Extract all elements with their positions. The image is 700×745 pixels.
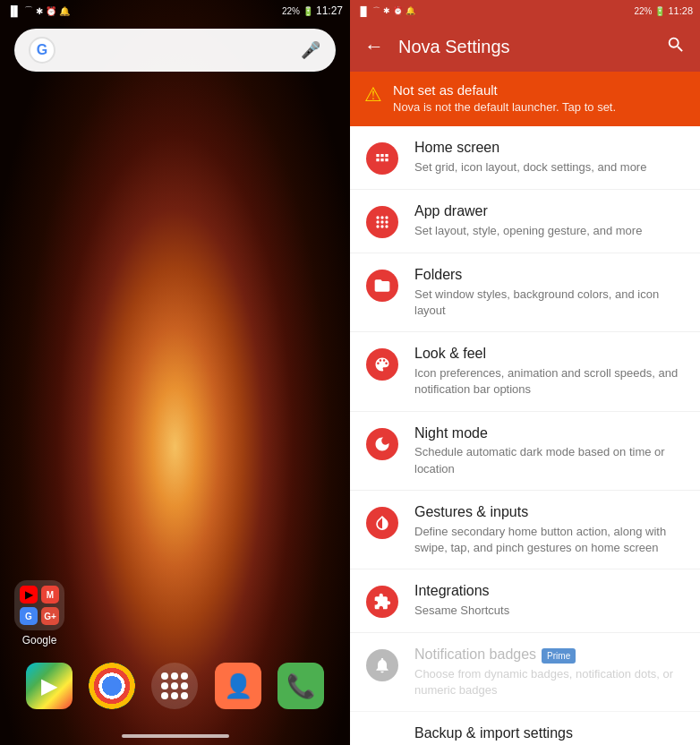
app-drawer-settings-icon <box>364 204 400 240</box>
svg-point-3 <box>376 221 379 224</box>
night-mode-desc: Schedule automatic dark mode based on ti… <box>414 444 686 476</box>
search-button[interactable] <box>666 35 686 59</box>
night-mode-text: Night mode Schedule automatic dark mode … <box>414 424 686 477</box>
settings-item-night-mode[interactable]: Night mode Schedule automatic dark mode … <box>350 412 700 491</box>
home-indicator <box>122 734 229 738</box>
look-feel-title: Look & feel <box>414 345 686 364</box>
settings-item-look-feel[interactable]: Look & feel Icon preferences, animation … <box>350 332 700 411</box>
mic-icon[interactable]: 🎤 <box>300 39 321 61</box>
notification-badges-desc: Choose from dynamic badges, notification… <box>414 666 686 698</box>
svg-point-0 <box>376 217 379 219</box>
back-button[interactable]: ← <box>364 35 384 58</box>
folders-icon <box>364 268 400 304</box>
settings-item-backup[interactable]: Backup & import settings <box>350 712 700 745</box>
app-drawer-title: App drawer <box>414 202 686 221</box>
home-screen-title: Home screen <box>414 139 686 158</box>
play-store-icon[interactable]: ▶ <box>26 663 73 709</box>
time-right: 11:28 <box>668 5 693 16</box>
integrations-icon-circle <box>366 586 398 618</box>
backup-icon-placeholder <box>366 728 398 745</box>
battery-percent-left: 22% <box>282 6 300 16</box>
chrome-icon[interactable] <box>89 663 135 709</box>
settings-item-folders[interactable]: Folders Set window styles, background co… <box>350 253 700 332</box>
app-drawer-icon[interactable] <box>151 663 198 709</box>
svg-point-5 <box>385 221 388 224</box>
backup-title: Backup & import settings <box>414 724 686 743</box>
time-left: 11:27 <box>316 4 343 17</box>
settings-item-home-screen[interactable]: Home screen Set grid, icon layout, dock … <box>350 126 700 190</box>
gestures-title: Gestures & inputs <box>414 503 686 522</box>
battery-icon-left: 🔋 <box>303 6 313 16</box>
google-logo: G <box>29 37 55 64</box>
home-screen-icon-circle <box>366 142 398 175</box>
backup-icon <box>364 726 400 745</box>
night-mode-icon-circle <box>366 428 398 460</box>
look-feel-desc: Icon preferences, animation and scroll s… <box>414 365 686 398</box>
look-feel-icon-circle <box>366 348 398 381</box>
gmail-icon: M <box>41 586 59 604</box>
gestures-icon-circle <box>366 507 398 539</box>
battery-icon-right: 🔋 <box>654 6 665 16</box>
wifi-icon: ⌒ <box>24 4 33 17</box>
integrations-desc: Sesame Shortcuts <box>414 603 686 619</box>
settings-list: Home screen Set grid, icon layout, dock … <box>350 126 700 745</box>
gestures-text: Gestures & inputs Define secondary home … <box>414 503 686 556</box>
search-bar[interactable]: G 🎤 <box>14 29 336 72</box>
gestures-icon <box>364 505 400 541</box>
right-panel: ▐▌ ⌒ ✱ ⏰ 🔔 22% 🔋 11:28 ← Nova Settings ⚠… <box>350 0 700 745</box>
wifi-icon-right: ⌒ <box>372 5 380 17</box>
integrations-title: Integrations <box>414 582 686 601</box>
prime-badge: Prime <box>542 648 576 664</box>
bt-icon-right: ✱ <box>383 6 390 15</box>
svg-point-2 <box>385 217 388 219</box>
alarm-icon: ⏰ <box>46 6 56 16</box>
signal-icon-right: ▐▌ <box>357 6 370 16</box>
backup-text: Backup & import settings <box>414 724 686 743</box>
settings-item-gestures[interactable]: Gestures & inputs Define secondary home … <box>350 491 700 569</box>
contacts-icon[interactable]: 👤 <box>215 663 261 709</box>
status-icons-left: ▐▌ ⌒ ✱ ⏰ 🔔 <box>7 4 70 17</box>
warning-description: Nova is not the default launcher. Tap to… <box>393 99 686 116</box>
app-drawer-icon-circle <box>366 206 398 238</box>
google-app-group[interactable]: ▶ M G G+ Google <box>14 580 64 647</box>
dock: ▶ 👤 📞 <box>0 663 350 709</box>
notif-icon-right: 🔔 <box>405 6 415 15</box>
google-plus-icon: G+ <box>41 607 59 625</box>
folders-icon-circle <box>366 270 398 302</box>
settings-item-app-drawer[interactable]: App drawer Set layout, style, opening ge… <box>350 190 700 253</box>
svg-point-7 <box>380 226 383 228</box>
gestures-desc: Define secondary home button action, alo… <box>414 524 686 556</box>
notification-badges-icon <box>364 647 400 683</box>
svg-point-4 <box>380 221 383 224</box>
svg-point-6 <box>376 226 379 228</box>
status-icons-right-panel-left: ▐▌ ⌒ ✱ ⏰ 🔔 <box>357 5 415 17</box>
folders-desc: Set window styles, background colors, an… <box>414 287 686 319</box>
night-mode-title: Night mode <box>414 424 686 443</box>
status-icons-right-panel-right: 22% 🔋 11:28 <box>634 5 693 16</box>
svg-point-1 <box>380 217 383 219</box>
signal-icon: ▐▌ <box>7 5 21 16</box>
google-folder-label: Google <box>22 634 57 647</box>
app-folder-icon[interactable]: ▶ M G G+ <box>14 580 64 630</box>
folders-text: Folders Set window styles, background co… <box>414 266 686 319</box>
warning-text: Not set as default Nova is not the defau… <box>393 82 686 116</box>
notification-badges-title: Notification badgesPrime <box>414 646 686 664</box>
status-icons-right: 22% 🔋 11:27 <box>282 4 343 17</box>
notification-badges-text: Notification badgesPrime Choose from dyn… <box>414 646 686 698</box>
battery-pct-right: 22% <box>634 6 652 16</box>
notification-badges-icon-circle <box>366 649 398 681</box>
integrations-icon <box>364 584 400 620</box>
settings-item-integrations[interactable]: Integrations Sesame Shortcuts <box>350 569 700 633</box>
night-mode-icon <box>364 426 400 462</box>
settings-item-notification-badges[interactable]: Notification badgesPrime Choose from dyn… <box>350 633 700 712</box>
warning-banner[interactable]: ⚠ Not set as default Nova is not the def… <box>350 72 700 126</box>
phone-icon[interactable]: 📞 <box>277 663 324 709</box>
app-bar: ← Nova Settings <box>350 21 700 72</box>
integrations-text: Integrations Sesame Shortcuts <box>414 582 686 619</box>
app-drawer-desc: Set layout, style, opening gesture, and … <box>414 223 686 239</box>
notification-icon: 🔔 <box>59 6 70 16</box>
home-screen-text: Home screen Set grid, icon layout, dock … <box>414 139 686 176</box>
home-screen-icon <box>364 141 400 176</box>
look-feel-icon <box>364 347 400 382</box>
home-screen-desc: Set grid, icon layout, dock settings, an… <box>414 159 686 176</box>
